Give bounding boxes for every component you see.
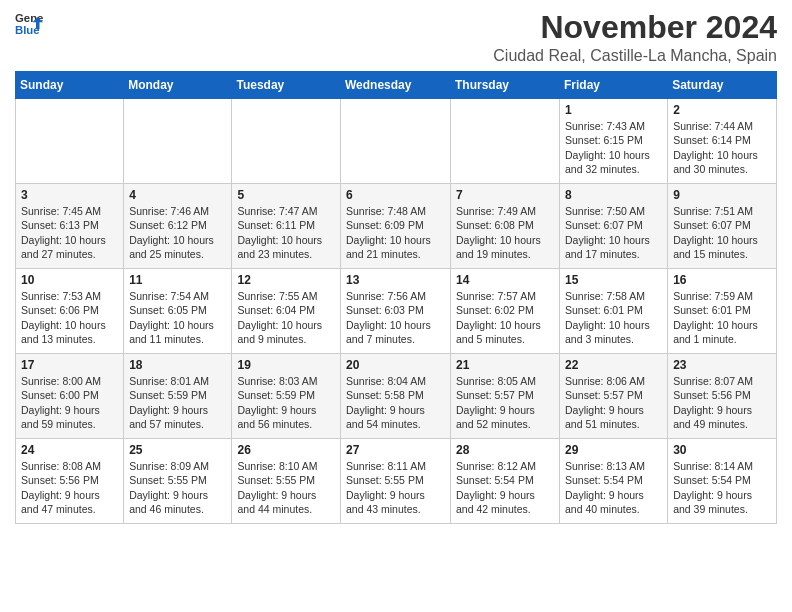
day-number: 24 xyxy=(21,443,118,457)
day-info: Sunrise: 8:09 AM Sunset: 5:55 PM Dayligh… xyxy=(129,459,226,516)
month-title: November 2024 xyxy=(493,10,777,45)
day-number: 23 xyxy=(673,358,771,372)
day-info: Sunrise: 7:59 AM Sunset: 6:01 PM Dayligh… xyxy=(673,289,771,346)
weekday-header-wednesday: Wednesday xyxy=(341,72,451,99)
day-number: 29 xyxy=(565,443,662,457)
calendar-table: SundayMondayTuesdayWednesdayThursdayFrid… xyxy=(15,71,777,524)
day-info: Sunrise: 7:51 AM Sunset: 6:07 PM Dayligh… xyxy=(673,204,771,261)
calendar-cell: 6Sunrise: 7:48 AM Sunset: 6:09 PM Daylig… xyxy=(341,184,451,269)
day-number: 22 xyxy=(565,358,662,372)
day-info: Sunrise: 8:10 AM Sunset: 5:55 PM Dayligh… xyxy=(237,459,335,516)
day-info: Sunrise: 7:49 AM Sunset: 6:08 PM Dayligh… xyxy=(456,204,554,261)
day-info: Sunrise: 8:06 AM Sunset: 5:57 PM Dayligh… xyxy=(565,374,662,431)
day-number: 12 xyxy=(237,273,335,287)
day-info: Sunrise: 7:44 AM Sunset: 6:14 PM Dayligh… xyxy=(673,119,771,176)
day-info: Sunrise: 8:08 AM Sunset: 5:56 PM Dayligh… xyxy=(21,459,118,516)
calendar-cell: 23Sunrise: 8:07 AM Sunset: 5:56 PM Dayli… xyxy=(668,354,777,439)
calendar-week-1: 1Sunrise: 7:43 AM Sunset: 6:15 PM Daylig… xyxy=(16,99,777,184)
day-number: 14 xyxy=(456,273,554,287)
logo: General Blue xyxy=(15,10,43,38)
day-number: 7 xyxy=(456,188,554,202)
day-number: 13 xyxy=(346,273,445,287)
calendar-cell: 27Sunrise: 8:11 AM Sunset: 5:55 PM Dayli… xyxy=(341,439,451,524)
day-number: 19 xyxy=(237,358,335,372)
day-info: Sunrise: 7:48 AM Sunset: 6:09 PM Dayligh… xyxy=(346,204,445,261)
day-info: Sunrise: 7:56 AM Sunset: 6:03 PM Dayligh… xyxy=(346,289,445,346)
calendar-cell: 8Sunrise: 7:50 AM Sunset: 6:07 PM Daylig… xyxy=(560,184,668,269)
calendar-cell: 7Sunrise: 7:49 AM Sunset: 6:08 PM Daylig… xyxy=(451,184,560,269)
day-number: 6 xyxy=(346,188,445,202)
calendar-cell: 22Sunrise: 8:06 AM Sunset: 5:57 PM Dayli… xyxy=(560,354,668,439)
calendar-cell: 28Sunrise: 8:12 AM Sunset: 5:54 PM Dayli… xyxy=(451,439,560,524)
day-number: 2 xyxy=(673,103,771,117)
calendar-cell: 10Sunrise: 7:53 AM Sunset: 6:06 PM Dayli… xyxy=(16,269,124,354)
day-number: 10 xyxy=(21,273,118,287)
calendar-cell xyxy=(16,99,124,184)
day-info: Sunrise: 7:53 AM Sunset: 6:06 PM Dayligh… xyxy=(21,289,118,346)
calendar-cell: 17Sunrise: 8:00 AM Sunset: 6:00 PM Dayli… xyxy=(16,354,124,439)
calendar-cell xyxy=(341,99,451,184)
calendar-cell: 12Sunrise: 7:55 AM Sunset: 6:04 PM Dayli… xyxy=(232,269,341,354)
day-number: 27 xyxy=(346,443,445,457)
day-number: 20 xyxy=(346,358,445,372)
day-info: Sunrise: 8:03 AM Sunset: 5:59 PM Dayligh… xyxy=(237,374,335,431)
day-info: Sunrise: 7:55 AM Sunset: 6:04 PM Dayligh… xyxy=(237,289,335,346)
day-number: 18 xyxy=(129,358,226,372)
weekday-header-saturday: Saturday xyxy=(668,72,777,99)
day-number: 15 xyxy=(565,273,662,287)
day-number: 16 xyxy=(673,273,771,287)
day-info: Sunrise: 7:50 AM Sunset: 6:07 PM Dayligh… xyxy=(565,204,662,261)
calendar-cell: 5Sunrise: 7:47 AM Sunset: 6:11 PM Daylig… xyxy=(232,184,341,269)
day-info: Sunrise: 7:45 AM Sunset: 6:13 PM Dayligh… xyxy=(21,204,118,261)
day-info: Sunrise: 7:57 AM Sunset: 6:02 PM Dayligh… xyxy=(456,289,554,346)
calendar-cell: 25Sunrise: 8:09 AM Sunset: 5:55 PM Dayli… xyxy=(124,439,232,524)
calendar-cell: 30Sunrise: 8:14 AM Sunset: 5:54 PM Dayli… xyxy=(668,439,777,524)
location-title: Ciudad Real, Castille-La Mancha, Spain xyxy=(493,47,777,65)
calendar-cell: 9Sunrise: 7:51 AM Sunset: 6:07 PM Daylig… xyxy=(668,184,777,269)
calendar-cell: 19Sunrise: 8:03 AM Sunset: 5:59 PM Dayli… xyxy=(232,354,341,439)
day-number: 1 xyxy=(565,103,662,117)
calendar-week-4: 17Sunrise: 8:00 AM Sunset: 6:00 PM Dayli… xyxy=(16,354,777,439)
day-info: Sunrise: 8:12 AM Sunset: 5:54 PM Dayligh… xyxy=(456,459,554,516)
calendar-cell: 3Sunrise: 7:45 AM Sunset: 6:13 PM Daylig… xyxy=(16,184,124,269)
day-info: Sunrise: 7:46 AM Sunset: 6:12 PM Dayligh… xyxy=(129,204,226,261)
day-info: Sunrise: 8:11 AM Sunset: 5:55 PM Dayligh… xyxy=(346,459,445,516)
day-number: 5 xyxy=(237,188,335,202)
calendar-week-3: 10Sunrise: 7:53 AM Sunset: 6:06 PM Dayli… xyxy=(16,269,777,354)
calendar-body: 1Sunrise: 7:43 AM Sunset: 6:15 PM Daylig… xyxy=(16,99,777,524)
calendar-cell: 14Sunrise: 7:57 AM Sunset: 6:02 PM Dayli… xyxy=(451,269,560,354)
calendar-week-2: 3Sunrise: 7:45 AM Sunset: 6:13 PM Daylig… xyxy=(16,184,777,269)
calendar-cell: 18Sunrise: 8:01 AM Sunset: 5:59 PM Dayli… xyxy=(124,354,232,439)
day-number: 9 xyxy=(673,188,771,202)
weekday-header-sunday: Sunday xyxy=(16,72,124,99)
svg-text:Blue: Blue xyxy=(15,24,40,36)
calendar-cell: 11Sunrise: 7:54 AM Sunset: 6:05 PM Dayli… xyxy=(124,269,232,354)
calendar-header: SundayMondayTuesdayWednesdayThursdayFrid… xyxy=(16,72,777,99)
day-info: Sunrise: 8:00 AM Sunset: 6:00 PM Dayligh… xyxy=(21,374,118,431)
calendar-cell: 21Sunrise: 8:05 AM Sunset: 5:57 PM Dayli… xyxy=(451,354,560,439)
day-number: 4 xyxy=(129,188,226,202)
calendar-cell: 2Sunrise: 7:44 AM Sunset: 6:14 PM Daylig… xyxy=(668,99,777,184)
page-header: General Blue November 2024 Ciudad Real, … xyxy=(15,10,777,65)
day-info: Sunrise: 8:01 AM Sunset: 5:59 PM Dayligh… xyxy=(129,374,226,431)
day-number: 3 xyxy=(21,188,118,202)
day-number: 17 xyxy=(21,358,118,372)
day-info: Sunrise: 7:47 AM Sunset: 6:11 PM Dayligh… xyxy=(237,204,335,261)
day-number: 25 xyxy=(129,443,226,457)
calendar-cell: 15Sunrise: 7:58 AM Sunset: 6:01 PM Dayli… xyxy=(560,269,668,354)
day-info: Sunrise: 7:54 AM Sunset: 6:05 PM Dayligh… xyxy=(129,289,226,346)
calendar-cell xyxy=(451,99,560,184)
logo-icon: General Blue xyxy=(15,10,43,38)
calendar-cell: 24Sunrise: 8:08 AM Sunset: 5:56 PM Dayli… xyxy=(16,439,124,524)
day-info: Sunrise: 8:14 AM Sunset: 5:54 PM Dayligh… xyxy=(673,459,771,516)
day-number: 30 xyxy=(673,443,771,457)
day-info: Sunrise: 7:43 AM Sunset: 6:15 PM Dayligh… xyxy=(565,119,662,176)
day-number: 26 xyxy=(237,443,335,457)
day-number: 8 xyxy=(565,188,662,202)
day-number: 21 xyxy=(456,358,554,372)
calendar-cell: 20Sunrise: 8:04 AM Sunset: 5:58 PM Dayli… xyxy=(341,354,451,439)
day-info: Sunrise: 8:04 AM Sunset: 5:58 PM Dayligh… xyxy=(346,374,445,431)
day-info: Sunrise: 7:58 AM Sunset: 6:01 PM Dayligh… xyxy=(565,289,662,346)
weekday-header-monday: Monday xyxy=(124,72,232,99)
weekday-header-thursday: Thursday xyxy=(451,72,560,99)
